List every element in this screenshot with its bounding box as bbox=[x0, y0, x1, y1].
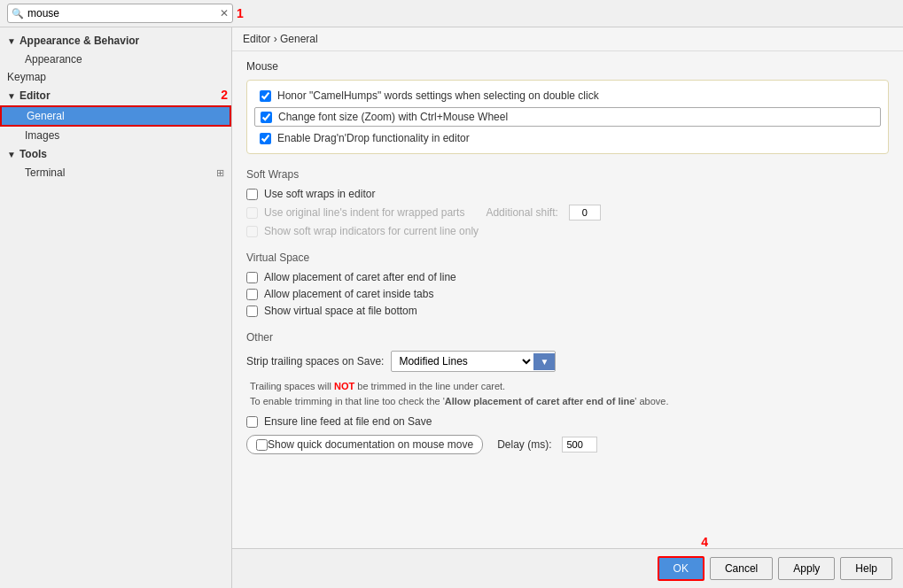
sidebar-item-keymap[interactable]: Keymap bbox=[0, 68, 231, 86]
soft-wraps-indent-row: Use original line's indent for wrapped p… bbox=[246, 205, 889, 220]
soft-wraps-option-1-checkbox[interactable] bbox=[246, 189, 258, 200]
mouse-section: Mouse Honor "CamelHumps" words settings … bbox=[246, 60, 889, 154]
trailing-note-bold: Allow placement of caret after end of li… bbox=[445, 396, 635, 406]
virtual-space-section: Virtual Space Allow placement of caret a… bbox=[246, 251, 889, 317]
expand-arrow-editor: ▼ bbox=[7, 91, 16, 101]
sidebar-item-tools[interactable]: ▼ Tools bbox=[0, 144, 231, 164]
mouse-option-2-checkbox[interactable] bbox=[261, 112, 272, 123]
strip-trailing-dropdown-wrapper: Modified Lines ▼ bbox=[391, 351, 556, 372]
trailing-note-line2b: ' above. bbox=[634, 396, 668, 406]
sidebar-item-images[interactable]: Images bbox=[0, 127, 231, 144]
mouse-box: Honor "CamelHumps" words settings when s… bbox=[246, 80, 889, 154]
trailing-note: Trailing spaces will NOT be trimmed in t… bbox=[246, 379, 889, 408]
quick-doc-row: Show quick documentation on mouse move D… bbox=[246, 435, 889, 454]
additional-shift-input[interactable] bbox=[569, 205, 601, 220]
help-button[interactable]: Help bbox=[840, 557, 892, 580]
virtual-space-option-3-checkbox[interactable] bbox=[246, 306, 258, 317]
soft-wraps-option-3-row: Show soft wrap indicators for current li… bbox=[246, 225, 889, 237]
virtual-space-option-2-row: Allow placement of caret inside tabs bbox=[246, 288, 889, 300]
strip-trailing-select[interactable]: Modified Lines bbox=[392, 352, 533, 371]
trailing-note-line1: Trailing spaces will bbox=[250, 381, 334, 391]
mouse-option-1-row: Honor "CamelHumps" words settings when s… bbox=[260, 89, 876, 102]
search-input[interactable] bbox=[7, 4, 233, 23]
virtual-space-option-1-label: Allow placement of caret after end of li… bbox=[264, 271, 456, 283]
delay-label: Delay (ms): bbox=[497, 438, 551, 451]
annotation-2: 2 bbox=[221, 88, 228, 102]
cancel-button[interactable]: Cancel bbox=[710, 557, 773, 580]
ensure-line-feed-checkbox[interactable] bbox=[246, 416, 258, 428]
sidebar-item-general[interactable]: General bbox=[0, 105, 231, 127]
soft-wraps-section: Soft Wraps Use soft wraps in editor Use … bbox=[246, 168, 889, 237]
virtual-space-title: Virtual Space bbox=[246, 251, 889, 264]
search-wrapper: 🔍 ✕ bbox=[7, 4, 233, 23]
soft-wraps-option-3-checkbox[interactable] bbox=[246, 226, 258, 237]
virtual-space-option-1-checkbox[interactable] bbox=[246, 272, 258, 283]
mouse-option-3-checkbox[interactable] bbox=[260, 133, 271, 144]
apply-button[interactable]: Apply bbox=[778, 557, 835, 580]
soft-wraps-option-2-label: Use original line's indent for wrapped p… bbox=[264, 206, 464, 219]
other-section-title: Other bbox=[246, 331, 889, 344]
ensure-line-feed-label: Ensure line feed at file end on Save bbox=[264, 415, 432, 428]
sidebar-label-terminal: Terminal bbox=[25, 166, 65, 179]
annotation-1: 1 bbox=[237, 6, 244, 20]
right-panel: Editor › General Mouse Honor "CamelHumps… bbox=[232, 27, 903, 588]
virtual-space-option-2-checkbox[interactable] bbox=[246, 289, 258, 300]
virtual-space-option-3-row: Show virtual space at file bottom bbox=[246, 305, 889, 317]
virtual-space-option-1-row: Allow placement of caret after end of li… bbox=[246, 271, 889, 283]
sidebar-item-editor[interactable]: ▼ Editor 2 bbox=[0, 86, 231, 105]
mouse-option-3-row: Enable Drag'n'Drop functionality in edit… bbox=[260, 132, 876, 144]
sidebar-item-appearance[interactable]: Appearance bbox=[0, 50, 231, 68]
soft-wraps-option-2-checkbox[interactable] bbox=[246, 207, 258, 219]
sidebar-label-images: Images bbox=[25, 129, 59, 142]
mouse-option-1-checkbox[interactable] bbox=[260, 90, 271, 102]
delay-input[interactable] bbox=[562, 437, 597, 453]
soft-wraps-option-1-label: Use soft wraps in editor bbox=[264, 188, 375, 200]
mouse-option-2-row: Change font size (Zoom) with Ctrl+Mouse … bbox=[254, 107, 881, 127]
sidebar-label-tools: Tools bbox=[19, 148, 47, 160]
expand-arrow-tools: ▼ bbox=[7, 150, 16, 159]
mouse-option-2-label: Change font size (Zoom) with Ctrl+Mouse … bbox=[278, 111, 508, 123]
sidebar-label-keymap: Keymap bbox=[7, 71, 46, 83]
trailing-note-line1b: be trimmed in the line under caret. bbox=[354, 381, 505, 391]
quick-doc-label: Show quick documentation on mouse move bbox=[268, 438, 473, 451]
soft-wraps-option-3-label: Show soft wrap indicators for current li… bbox=[264, 225, 479, 237]
settings-content: Mouse Honor "CamelHumps" words settings … bbox=[232, 51, 903, 548]
left-panel: ▼ Appearance & Behavior Appearance Keyma… bbox=[0, 27, 232, 588]
strip-trailing-row: Strip trailing spaces on Save: Modified … bbox=[246, 351, 889, 372]
soft-wraps-option-2-row: Use original line's indent for wrapped p… bbox=[246, 206, 464, 219]
breadcrumb-text: Editor › General bbox=[243, 33, 318, 45]
sidebar-label-general: General bbox=[27, 110, 65, 122]
search-clear-button[interactable]: ✕ bbox=[220, 7, 229, 19]
additional-shift-label: Additional shift: bbox=[486, 206, 557, 219]
sidebar-label-appearance: Appearance bbox=[25, 53, 82, 66]
sidebar-label-appearance-behavior: Appearance & Behavior bbox=[19, 35, 139, 47]
expand-arrow-ab: ▼ bbox=[7, 36, 16, 46]
annotation-4: 4 bbox=[701, 535, 708, 549]
virtual-space-option-3-label: Show virtual space at file bottom bbox=[264, 305, 417, 317]
breadcrumb: Editor › General bbox=[232, 27, 903, 51]
sidebar-label-editor: Editor bbox=[19, 89, 51, 102]
button-bar: OK 4 Cancel Apply Help bbox=[232, 548, 903, 588]
search-icon: 🔍 bbox=[12, 8, 24, 19]
trailing-note-line2: To enable trimming in that line too chec… bbox=[250, 396, 445, 406]
mouse-section-title: Mouse bbox=[246, 60, 889, 73]
mouse-option-1-label: Honor "CamelHumps" words settings when s… bbox=[277, 89, 599, 102]
mouse-option-3-label: Enable Drag'n'Drop functionality in edit… bbox=[277, 132, 470, 144]
sidebar-item-appearance-behavior[interactable]: ▼ Appearance & Behavior bbox=[0, 31, 231, 50]
soft-wraps-option-1-row: Use soft wraps in editor bbox=[246, 188, 889, 200]
sidebar-item-terminal[interactable]: Terminal ⊞ bbox=[0, 164, 231, 182]
trailing-not-text: NOT bbox=[334, 381, 354, 391]
quick-doc-checkbox[interactable] bbox=[256, 439, 268, 451]
strip-trailing-dropdown-button[interactable]: ▼ bbox=[533, 353, 555, 370]
ok-button[interactable]: OK bbox=[658, 556, 704, 581]
other-section: Other Strip trailing spaces on Save: Mod… bbox=[246, 331, 889, 454]
strip-trailing-label: Strip trailing spaces on Save: bbox=[246, 355, 384, 368]
quick-doc-pill: Show quick documentation on mouse move bbox=[246, 435, 483, 454]
soft-wraps-title: Soft Wraps bbox=[246, 168, 889, 181]
terminal-icon: ⊞ bbox=[216, 167, 224, 179]
ensure-line-feed-row: Ensure line feed at file end on Save bbox=[246, 415, 889, 428]
virtual-space-option-2-label: Allow placement of caret inside tabs bbox=[264, 288, 433, 300]
